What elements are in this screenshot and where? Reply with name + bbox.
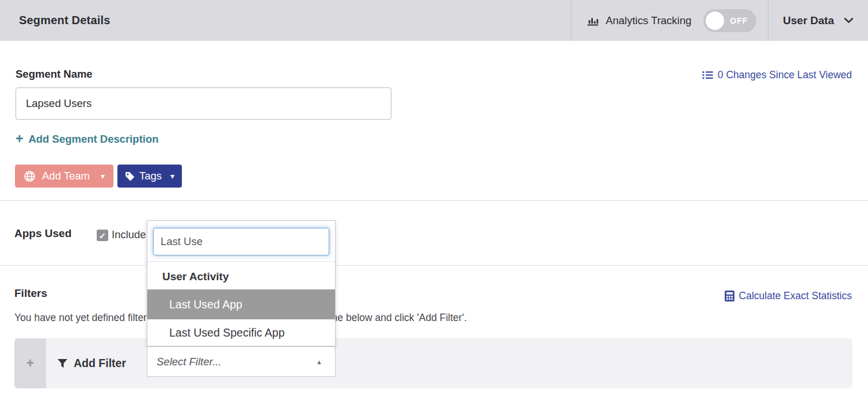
include-label: Include: [112, 228, 146, 241]
analytics-tracking-control: Analytics Tracking OFF: [572, 9, 768, 32]
plus-icon: +: [26, 356, 34, 371]
add-filter-label: Add Filter: [74, 357, 126, 370]
user-data-dropdown[interactable]: User Data: [768, 14, 868, 27]
calculator-icon: [725, 291, 734, 301]
caret-down-icon: ▾: [170, 172, 174, 180]
calculate-exact-statistics-label: Calculate Exact Statistics: [739, 290, 852, 302]
chevron-down-icon: [844, 18, 853, 24]
add-filter-plus-cell[interactable]: +: [14, 338, 46, 388]
toggle-knob: [706, 12, 724, 30]
calculate-exact-statistics-link[interactable]: Calculate Exact Statistics: [725, 290, 852, 302]
plus-icon: +: [16, 132, 23, 146]
add-segment-description-label: Add Segment Description: [28, 133, 158, 146]
changes-since-link[interactable]: 0 Changes Since Last Viewed: [702, 69, 852, 81]
segment-name-label: Segment Name: [16, 68, 93, 81]
globe-icon: [24, 170, 36, 182]
caret-down-icon: ▾: [101, 172, 105, 180]
filter-search-wrap: [147, 221, 335, 261]
filter-dropdown-panel: User Activity Last Used App Last Used Sp…: [147, 220, 336, 346]
analytics-tracking-toggle[interactable]: OFF: [703, 9, 756, 32]
dropdown-option-last-used-app[interactable]: Last Used App: [147, 289, 335, 319]
toggle-state-label: OFF: [730, 9, 748, 32]
page-header: Segment Details Analytics Tracking OFF: [0, 0, 868, 41]
add-team-button[interactable]: Add Team ▾: [15, 165, 113, 188]
include-checkbox[interactable]: ✓: [97, 230, 108, 241]
caret-up-icon: ▲: [316, 358, 322, 365]
section-divider: [0, 200, 868, 201]
tags-button[interactable]: Tags ▾: [117, 165, 182, 188]
team-tags-row: Add Team ▾ Tags ▾: [15, 165, 182, 188]
filter-funnel-icon: [58, 359, 67, 368]
filter-options-list: User Activity Last Used App Last Used Sp…: [147, 261, 335, 346]
filter-select[interactable]: Select Filter... ▲: [147, 346, 336, 377]
dropdown-option-last-used-specific-app[interactable]: Last Used Specific App: [147, 319, 335, 346]
add-filter-bar: + Add Filter: [14, 338, 852, 388]
check-icon: ✓: [99, 231, 106, 240]
filter-search-input[interactable]: [153, 228, 329, 255]
user-data-label: User Data: [783, 14, 834, 27]
bar-chart-icon: [587, 14, 599, 27]
changes-since-label: 0 Changes Since Last Viewed: [718, 69, 852, 81]
segment-name-input[interactable]: [16, 87, 391, 120]
section-divider: [0, 265, 868, 266]
page-title: Segment Details: [19, 14, 111, 27]
segment-details-page: Segment Details Analytics Tracking OFF: [0, 0, 868, 397]
tag-icon: [124, 171, 135, 182]
tags-label: Tags: [139, 170, 162, 182]
filter-select-placeholder: Select Filter...: [157, 356, 221, 368]
dropdown-group-label: User Activity: [147, 262, 335, 289]
apps-used-label: Apps Used: [14, 227, 71, 240]
filters-heading: Filters: [14, 287, 47, 300]
list-icon: [702, 70, 713, 80]
add-filter-button[interactable]: Add Filter: [58, 338, 126, 388]
analytics-tracking-label: Analytics Tracking: [606, 14, 691, 27]
add-segment-description-link[interactable]: + Add Segment Description: [16, 133, 159, 146]
header-actions: Analytics Tracking OFF User Data: [571, 0, 868, 41]
add-team-label: Add Team: [42, 170, 90, 182]
